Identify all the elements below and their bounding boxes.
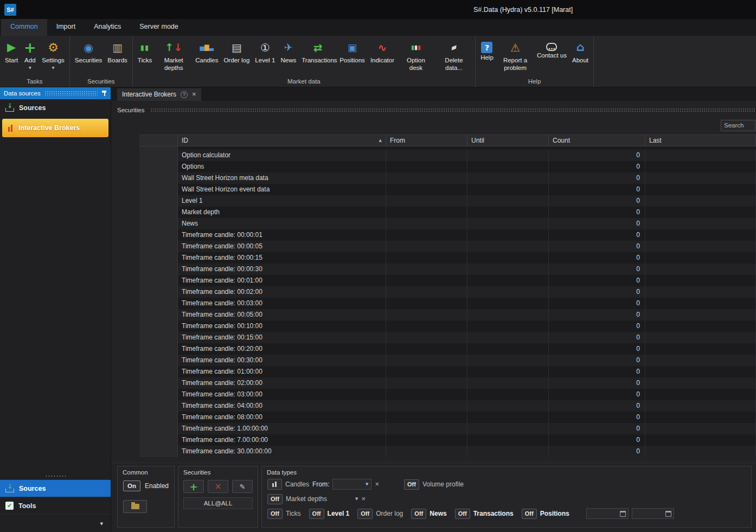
chevron-down-icon[interactable]: ▼ bbox=[355, 497, 358, 501]
column-header-until[interactable]: Until bbox=[467, 135, 549, 146]
row-header-cell[interactable] bbox=[139, 172, 178, 184]
ribbon-button-candles[interactable]: ▅▇▃Candles bbox=[193, 39, 221, 65]
row-header-cell[interactable] bbox=[139, 434, 178, 446]
ribbon-button-start[interactable]: ▶Start bbox=[2, 39, 21, 65]
ribbon-button-news[interactable]: ✈News bbox=[278, 39, 299, 65]
tab-server-mode[interactable]: Server mode bbox=[130, 19, 188, 36]
ribbon-button-indicator[interactable]: ∿Indicator bbox=[368, 39, 397, 65]
row-header-cell[interactable] bbox=[139, 252, 178, 264]
table-row[interactable]: Timeframe candle: 08:00:000 bbox=[139, 412, 756, 423]
column-header-from[interactable]: From bbox=[386, 135, 467, 146]
row-header-cell[interactable] bbox=[139, 423, 178, 434]
column-header-id[interactable]: ID▲ bbox=[178, 135, 386, 146]
row-header-cell[interactable] bbox=[139, 309, 178, 321]
nav-item-tools[interactable]: Tools bbox=[0, 497, 111, 514]
all-securities-button[interactable]: ALL@ALL bbox=[183, 497, 253, 509]
sidebar-splitter-handle[interactable] bbox=[0, 472, 111, 479]
close-icon[interactable]: × bbox=[192, 91, 196, 98]
ribbon-button-securities[interactable]: ◉Securities bbox=[72, 39, 105, 65]
tab-import[interactable]: Import bbox=[47, 19, 85, 36]
table-row[interactable]: Timeframe candle: 1.00:00:000 bbox=[139, 423, 756, 434]
row-header-cell[interactable] bbox=[139, 218, 178, 229]
row-header-cell[interactable] bbox=[139, 150, 178, 161]
row-header-cell[interactable] bbox=[139, 412, 178, 423]
table-row[interactable]: Timeframe candle: 03:00:000 bbox=[139, 389, 756, 400]
row-header-cell[interactable] bbox=[139, 400, 178, 412]
row-header-cell[interactable] bbox=[139, 389, 178, 400]
clear-icon[interactable]: × bbox=[361, 496, 366, 502]
table-row[interactable]: Market depth0 bbox=[139, 207, 756, 218]
add-security-button[interactable]: + bbox=[183, 480, 204, 493]
document-tab-interactive-brokers[interactable]: Interactive Brokers ? × bbox=[117, 88, 201, 101]
pin-icon[interactable] bbox=[101, 90, 107, 97]
table-row[interactable]: Timeframe candle: 00:00:150 bbox=[139, 252, 756, 264]
edit-security-button[interactable]: ✎ bbox=[232, 480, 253, 493]
date-from-field[interactable] bbox=[586, 508, 629, 519]
table-row[interactable]: Timeframe candle: 00:01:000 bbox=[139, 275, 756, 286]
toggle-market-depths-button[interactable]: Off bbox=[267, 494, 283, 504]
column-header-last[interactable]: Last bbox=[645, 135, 756, 146]
sidebar-item-interactive-brokers[interactable]: Interactive Brokers bbox=[2, 119, 108, 137]
table-row[interactable]: Timeframe candle: 00:03:000 bbox=[139, 298, 756, 309]
table-row[interactable]: Timeframe candle: 01:00:000 bbox=[139, 366, 756, 377]
open-folder-button[interactable] bbox=[123, 500, 147, 513]
date-to-field[interactable] bbox=[632, 508, 674, 519]
ribbon-button-option-desk[interactable]: ▮▮▮Option desk bbox=[397, 39, 435, 73]
table-row[interactable]: Timeframe candle: 00:10:000 bbox=[139, 321, 756, 332]
row-header-cell[interactable] bbox=[139, 377, 178, 389]
table-row[interactable]: Timeframe candle: 00:00:300 bbox=[139, 264, 756, 275]
candles-settings-button[interactable] bbox=[267, 479, 282, 490]
sidebar-item-sources[interactable]: ↓ Sources bbox=[0, 99, 111, 116]
table-row[interactable]: Timeframe candle: 00:00:010 bbox=[139, 229, 756, 241]
ribbon-button-order-log[interactable]: ▤Order log bbox=[221, 39, 252, 65]
ribbon-button-ticks[interactable]: ▮▮Ticks bbox=[135, 39, 155, 65]
table-row[interactable]: Timeframe candle: 04:00:000 bbox=[139, 400, 756, 412]
row-header-cell[interactable] bbox=[139, 275, 178, 286]
help-circle-icon[interactable]: ? bbox=[181, 91, 188, 98]
toggle-ticks-button[interactable]: Off bbox=[267, 509, 283, 519]
row-header-cell[interactable] bbox=[139, 229, 178, 241]
row-header-cell[interactable] bbox=[139, 161, 178, 172]
remove-security-button[interactable]: × bbox=[208, 480, 228, 493]
table-row[interactable]: Timeframe candle: 00:20:000 bbox=[139, 343, 756, 355]
table-row[interactable]: Wall Street Horizon event data0 bbox=[139, 184, 756, 195]
table-row[interactable]: Timeframe candle: 00:15:000 bbox=[139, 332, 756, 343]
toggle-transactions-button[interactable]: Off bbox=[455, 509, 470, 519]
row-header-cell[interactable] bbox=[139, 298, 178, 309]
ribbon-button-about[interactable]: ⌂About bbox=[569, 39, 591, 65]
row-header-cell[interactable] bbox=[139, 446, 178, 457]
tab-analytics[interactable]: Analytics bbox=[85, 19, 130, 36]
search-input[interactable] bbox=[721, 120, 755, 131]
column-header-count[interactable]: Count bbox=[549, 135, 645, 146]
row-header-cell[interactable] bbox=[139, 332, 178, 343]
ribbon-button-contact-us[interactable]: …Contact us bbox=[534, 39, 569, 60]
row-header-cell[interactable] bbox=[139, 343, 178, 355]
table-row[interactable]: Options0 bbox=[139, 161, 756, 172]
toggle-positions-button[interactable]: Off bbox=[522, 509, 537, 519]
table-row[interactable]: Option calculator0 bbox=[139, 150, 756, 161]
ribbon-button-add[interactable]: +Add▼ bbox=[21, 39, 39, 70]
table-row[interactable]: Timeframe candle: 30.00:00:000 bbox=[139, 446, 756, 457]
ribbon-button-market-depths[interactable]: ↑↓Market depths bbox=[155, 39, 193, 73]
table-row[interactable]: Wall Street Horizon meta data0 bbox=[139, 172, 756, 184]
chevron-down-icon[interactable]: ▾ bbox=[100, 520, 103, 527]
toggle-level-1-button[interactable]: Off bbox=[309, 509, 324, 519]
ribbon-button-level-1[interactable]: ①Level 1 bbox=[252, 39, 278, 65]
table-row[interactable]: Timeframe candle: 00:02:000 bbox=[139, 286, 756, 298]
table-row[interactable]: Level 10 bbox=[139, 195, 756, 207]
row-header-cell[interactable] bbox=[139, 321, 178, 332]
row-header-cell[interactable] bbox=[139, 355, 178, 366]
candles-from-combobox[interactable]: ▼ bbox=[332, 479, 371, 490]
ribbon-button-delete-data[interactable]: ▰Delete data... bbox=[435, 39, 473, 73]
enabled-toggle-button[interactable]: On bbox=[123, 480, 140, 491]
table-row[interactable]: Timeframe candle: 00:30:000 bbox=[139, 355, 756, 366]
row-header-cell[interactable] bbox=[139, 241, 178, 252]
table-row[interactable]: Timeframe candle: 02:00:000 bbox=[139, 377, 756, 389]
toggle-order-log-button[interactable]: Off bbox=[357, 509, 373, 519]
ribbon-button-positions[interactable]: ▣Positions bbox=[337, 39, 368, 65]
row-header-cell[interactable] bbox=[139, 207, 178, 218]
toggle-news-button[interactable]: Off bbox=[411, 509, 426, 519]
table-row[interactable]: Timeframe candle: 00:00:050 bbox=[139, 241, 756, 252]
toggle-volume-profile-button[interactable]: Off bbox=[404, 479, 419, 490]
table-row[interactable]: News0 bbox=[139, 218, 756, 229]
